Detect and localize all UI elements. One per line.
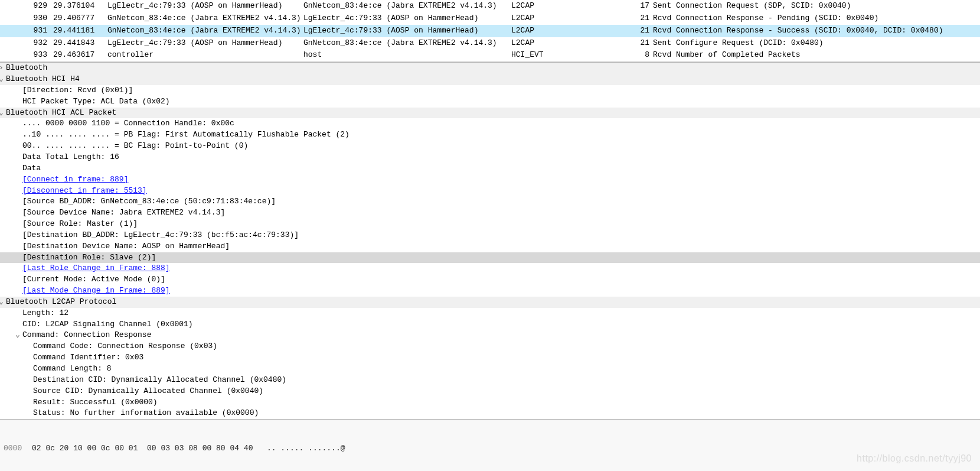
col-protocol: HCI_EVT — [511, 50, 627, 61]
col-no: 932 — [0, 38, 53, 49]
col-time: 29.406777 — [53, 13, 107, 24]
col-info: Rcvd Connection Response - Pending (SCID… — [653, 13, 980, 24]
tree-acl-disconnect-frame[interactable]: [Disconnect in frame: 5513] — [0, 186, 980, 197]
col-protocol: L2CAP — [511, 13, 627, 24]
tree-acl-last-role-change[interactable]: [Last Role Change in Frame: 888] — [0, 263, 980, 274]
chevron-down-icon: ⌄ — [0, 297, 6, 308]
tree-acl-pbflag[interactable]: ..10 .... .... .... = PB Flag: First Aut… — [0, 129, 980, 141]
packet-row[interactable]: 93329.463617controllerhostHCI_EVT8Rcvd N… — [0, 49, 980, 61]
tree-l2cap-length[interactable]: Length: 12 — [0, 308, 980, 319]
col-destination: LgElectr_4c:79:33 (AOSP on HammerHead) — [303, 25, 511, 37]
col-protocol: L2CAP — [511, 25, 627, 37]
tree-acl-bcflag[interactable]: 00.. .... .... .... = BC Flag: Point-to-… — [0, 141, 980, 152]
tree-hci-h4[interactable]: ⌄Bluetooth HCI H4 — [0, 74, 980, 85]
col-length: 21 — [627, 13, 653, 24]
col-length: 21 — [627, 25, 653, 37]
tree-l2cap-command[interactable]: ⌄Command: Connection Response — [0, 330, 980, 341]
tree-h4-packet-type[interactable]: HCI Packet Type: ACL Data (0x02) — [0, 96, 980, 108]
chevron-right-icon: › — [0, 63, 6, 74]
col-source: GnNetcom_83:4e:ce (Jabra EXTREME2 v4.14.… — [107, 13, 303, 24]
tree-l2cap-scid[interactable]: Source CID: Dynamically Allocated Channe… — [0, 386, 980, 397]
col-no: 933 — [0, 50, 53, 61]
col-protocol: L2CAP — [511, 38, 627, 49]
tree-l2cap-cmd-code[interactable]: Command Code: Connection Response (0x03) — [0, 341, 980, 352]
col-source: LgElectr_4c:79:33 (AOSP on HammerHead) — [107, 1, 303, 12]
col-time: 29.441843 — [53, 38, 107, 49]
col-no: 929 — [0, 1, 53, 12]
tree-l2cap-status[interactable]: Status: No further information available… — [0, 408, 980, 419]
col-no: 931 — [0, 25, 53, 37]
col-length: 17 — [627, 1, 653, 12]
tree-bluetooth[interactable]: ›Bluetooth — [0, 63, 980, 74]
col-info: Rcvd Number of Completed Packets — [653, 50, 980, 61]
hex-dump[interactable]: 000002 0c 20 10 00 0c 00 01 00 03 03 08 … — [0, 420, 980, 471]
col-destination: GnNetcom_83:4e:ce (Jabra EXTREME2 v4.14.… — [303, 1, 511, 12]
col-source: LgElectr_4c:79:33 (AOSP on HammerHead) — [107, 38, 303, 49]
tree-acl-last-mode-change[interactable]: [Last Mode Change in Frame: 889] — [0, 285, 980, 297]
col-length: 8 — [627, 50, 653, 61]
col-destination: GnNetcom_83:4e:ce (Jabra EXTREME2 v4.14.… — [303, 38, 511, 49]
col-source: controller — [107, 50, 303, 61]
tree-l2cap[interactable]: ⌄Bluetooth L2CAP Protocol — [0, 297, 980, 308]
tree-l2cap-result[interactable]: Result: Successful (0x0000) — [0, 397, 980, 408]
chevron-down-icon: ⌄ — [15, 330, 22, 341]
chevron-down-icon: ⌄ — [0, 74, 6, 85]
chevron-down-icon: ⌄ — [0, 108, 6, 119]
col-source: GnNetcom_83:4e:ce (Jabra EXTREME2 v4.14.… — [107, 25, 303, 37]
tree-acl-dst-name[interactable]: [Destination Device Name: AOSP on Hammer… — [0, 241, 980, 252]
tree-acl-current-mode[interactable]: [Current Mode: Active Mode (0)] — [0, 274, 980, 285]
tree-l2cap-cid[interactable]: CID: L2CAP Signaling Channel (0x0001) — [0, 319, 980, 330]
col-info: Sent Connection Request (SDP, SCID: 0x00… — [653, 1, 980, 12]
tree-acl-src-role[interactable]: [Source Role: Master (1)] — [0, 219, 980, 230]
tree-acl-dst-role[interactable]: [Destination Role: Slave (2)] — [0, 252, 980, 264]
packet-details[interactable]: ›Bluetooth ⌄Bluetooth HCI H4 [Direction:… — [0, 62, 980, 420]
tree-l2cap-cmd-len[interactable]: Command Length: 8 — [0, 363, 980, 375]
tree-acl-connect-frame[interactable]: [Connect in frame: 889] — [0, 174, 980, 186]
col-protocol: L2CAP — [511, 1, 627, 12]
tree-l2cap-cmd-id[interactable]: Command Identifier: 0x03 — [0, 352, 980, 363]
hex-row[interactable]: 000002 0c 20 10 00 0c 00 01 00 03 03 08 … — [0, 443, 980, 454]
tree-acl-src-bdaddr[interactable]: [Source BD_ADDR: GnNetcom_83:4e:ce (50:c… — [0, 196, 980, 207]
tree-h4-direction[interactable]: [Direction: Rcvd (0x01)] — [0, 85, 980, 96]
tree-acl-dst-bdaddr[interactable]: [Destination BD_ADDR: LgElectr_4c:79:33 … — [0, 230, 980, 241]
col-length: 21 — [627, 38, 653, 49]
col-time: 29.376104 — [53, 1, 107, 12]
tree-acl-handle[interactable]: .... 0000 0000 1100 = Connection Handle:… — [0, 118, 980, 129]
packet-row[interactable]: 93029.406777GnNetcom_83:4e:ce (Jabra EXT… — [0, 12, 980, 25]
tree-hci-acl[interactable]: ⌄Bluetooth HCI ACL Packet — [0, 108, 980, 119]
hex-offset: 0000 — [0, 443, 32, 454]
col-no: 930 — [0, 13, 53, 24]
tree-l2cap-dcid[interactable]: Destination CID: Dynamically Allocated C… — [0, 375, 980, 386]
col-time: 29.463617 — [53, 50, 107, 61]
hex-ascii: .. ..... .......@ — [267, 444, 345, 453]
tree-acl-data[interactable]: Data — [0, 163, 980, 174]
hex-bytes: 02 0c 20 10 00 0c 00 01 00 03 03 08 00 8… — [32, 444, 253, 453]
packet-row[interactable]: 92929.376104LgElectr_4c:79:33 (AOSP on H… — [0, 0, 980, 12]
col-time: 29.441181 — [53, 25, 107, 37]
col-info: Sent Configure Request (DCID: 0x0480) — [653, 38, 980, 49]
packet-row[interactable]: 93129.441181GnNetcom_83:4e:ce (Jabra EXT… — [0, 25, 980, 37]
col-info: Rcvd Connection Response - Success (SCID… — [653, 25, 980, 37]
packet-row[interactable]: 93229.441843LgElectr_4c:79:33 (AOSP on H… — [0, 37, 980, 50]
tree-acl-datalen[interactable]: Data Total Length: 16 — [0, 152, 980, 163]
packet-list[interactable]: 92929.376104LgElectr_4c:79:33 (AOSP on H… — [0, 0, 980, 62]
col-destination: LgElectr_4c:79:33 (AOSP on HammerHead) — [303, 13, 511, 24]
col-destination: host — [303, 50, 511, 61]
tree-acl-src-name[interactable]: [Source Device Name: Jabra EXTREME2 v4.1… — [0, 207, 980, 219]
